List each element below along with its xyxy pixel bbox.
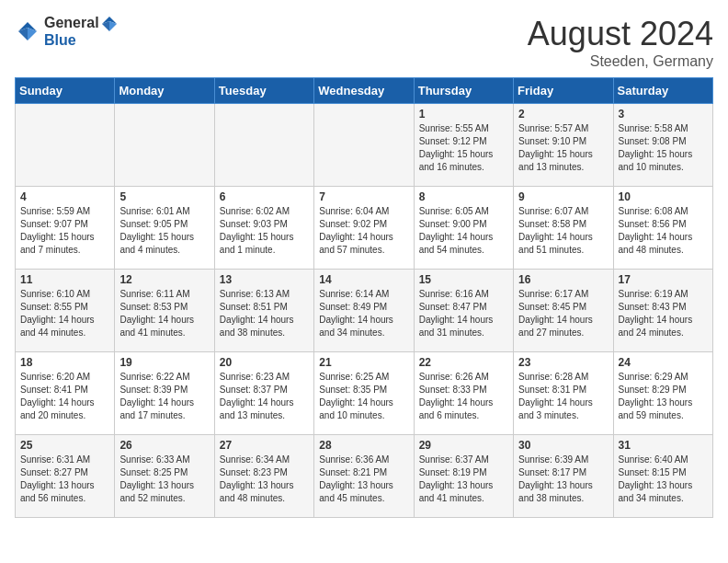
- logo: GeneralBlue: [15, 15, 118, 48]
- page-header: GeneralBlue August 2024 Steeden, Germany: [15, 15, 713, 70]
- day-number: 16: [518, 273, 608, 286]
- day-info: Sunrise: 6:22 AM Sunset: 8:39 PM Dayligh…: [119, 371, 209, 422]
- day-info: Sunrise: 6:28 AM Sunset: 8:31 PM Dayligh…: [518, 371, 608, 422]
- day-number: 26: [119, 439, 209, 452]
- calendar-cell: [115, 104, 214, 187]
- svg-marker-2: [18, 28, 28, 40]
- calendar-cell: [214, 104, 313, 187]
- logo-text: GeneralBlue: [44, 15, 118, 48]
- day-info: Sunrise: 6:13 AM Sunset: 8:51 PM Dayligh…: [220, 288, 309, 339]
- day-info: Sunrise: 6:05 AM Sunset: 9:00 PM Dayligh…: [419, 205, 508, 257]
- calendar-cell: 19Sunrise: 6:22 AM Sunset: 8:39 PM Dayli…: [115, 352, 214, 435]
- day-info: Sunrise: 5:58 AM Sunset: 9:08 PM Dayligh…: [619, 122, 708, 174]
- day-info: Sunrise: 6:31 AM Sunset: 8:27 PM Dayligh…: [20, 454, 109, 505]
- svg-marker-4: [109, 21, 117, 31]
- calendar-cell: 20Sunrise: 6:23 AM Sunset: 8:37 PM Dayli…: [214, 352, 313, 435]
- calendar-cell: 23Sunrise: 6:28 AM Sunset: 8:31 PM Dayli…: [514, 352, 613, 435]
- day-number: 8: [419, 190, 508, 203]
- calendar-cell: 14Sunrise: 6:14 AM Sunset: 8:49 PM Dayli…: [314, 270, 414, 352]
- day-number: 3: [619, 108, 708, 121]
- day-info: Sunrise: 6:36 AM Sunset: 8:21 PM Dayligh…: [319, 454, 408, 505]
- calendar-week-row: 25Sunrise: 6:31 AM Sunset: 8:27 PM Dayli…: [16, 435, 713, 518]
- day-info: Sunrise: 6:11 AM Sunset: 8:53 PM Dayligh…: [119, 288, 209, 339]
- calendar-cell: 16Sunrise: 6:17 AM Sunset: 8:45 PM Dayli…: [514, 270, 613, 352]
- day-number: 27: [220, 439, 309, 452]
- day-info: Sunrise: 6:34 AM Sunset: 8:23 PM Dayligh…: [220, 454, 309, 505]
- day-info: Sunrise: 6:16 AM Sunset: 8:47 PM Dayligh…: [419, 288, 508, 339]
- calendar-cell: 24Sunrise: 6:29 AM Sunset: 8:29 PM Dayli…: [613, 352, 712, 435]
- day-number: 13: [220, 273, 309, 286]
- calendar-cell: 28Sunrise: 6:36 AM Sunset: 8:21 PM Dayli…: [314, 435, 414, 518]
- calendar-cell: 9Sunrise: 6:07 AM Sunset: 8:58 PM Daylig…: [514, 187, 613, 270]
- day-number: 21: [319, 356, 408, 369]
- day-number: 31: [619, 439, 708, 452]
- calendar-day-header: Monday: [115, 78, 214, 104]
- day-number: 10: [619, 190, 708, 203]
- day-number: 12: [119, 273, 209, 286]
- calendar-cell: 7Sunrise: 6:04 AM Sunset: 9:02 PM Daylig…: [314, 187, 414, 270]
- day-number: 25: [20, 439, 109, 452]
- calendar-day-header: Wednesday: [314, 78, 414, 104]
- calendar-cell: 5Sunrise: 6:01 AM Sunset: 9:05 PM Daylig…: [115, 187, 214, 270]
- calendar-cell: 29Sunrise: 6:37 AM Sunset: 8:19 PM Dayli…: [414, 435, 513, 518]
- calendar-cell: 4Sunrise: 5:59 AM Sunset: 9:07 PM Daylig…: [16, 187, 115, 270]
- calendar-cell: 11Sunrise: 6:10 AM Sunset: 8:55 PM Dayli…: [16, 270, 115, 352]
- calendar-cell: 25Sunrise: 6:31 AM Sunset: 8:27 PM Dayli…: [16, 435, 115, 518]
- calendar-cell: [314, 104, 414, 187]
- day-number: 9: [518, 190, 608, 203]
- day-info: Sunrise: 5:55 AM Sunset: 9:12 PM Dayligh…: [419, 122, 508, 174]
- calendar-week-row: 4Sunrise: 5:59 AM Sunset: 9:07 PM Daylig…: [16, 187, 713, 270]
- calendar-cell: 2Sunrise: 5:57 AM Sunset: 9:10 PM Daylig…: [514, 104, 613, 187]
- day-info: Sunrise: 6:25 AM Sunset: 8:35 PM Dayligh…: [319, 371, 408, 422]
- location: Steeden, Germany: [528, 53, 713, 70]
- calendar-cell: 13Sunrise: 6:13 AM Sunset: 8:51 PM Dayli…: [214, 270, 313, 352]
- day-info: Sunrise: 6:07 AM Sunset: 8:58 PM Dayligh…: [518, 205, 608, 257]
- calendar-cell: 17Sunrise: 6:19 AM Sunset: 8:43 PM Dayli…: [613, 270, 712, 352]
- calendar-week-row: 1Sunrise: 5:55 AM Sunset: 9:12 PM Daylig…: [16, 104, 713, 187]
- day-info: Sunrise: 6:33 AM Sunset: 8:25 PM Dayligh…: [119, 454, 209, 505]
- calendar-title: August 2024 Steeden, Germany: [528, 15, 713, 70]
- month-year: August 2024: [528, 15, 713, 53]
- day-info: Sunrise: 5:59 AM Sunset: 9:07 PM Dayligh…: [20, 205, 109, 257]
- day-number: 4: [20, 190, 109, 203]
- day-number: 17: [619, 273, 708, 286]
- day-number: 20: [220, 356, 309, 369]
- day-info: Sunrise: 6:01 AM Sunset: 9:05 PM Dayligh…: [119, 205, 209, 257]
- calendar-day-header: Saturday: [613, 78, 712, 104]
- day-info: Sunrise: 6:17 AM Sunset: 8:45 PM Dayligh…: [518, 288, 608, 339]
- day-info: Sunrise: 6:39 AM Sunset: 8:17 PM Dayligh…: [518, 454, 608, 505]
- calendar-cell: 18Sunrise: 6:20 AM Sunset: 8:41 PM Dayli…: [16, 352, 115, 435]
- calendar-table: SundayMondayTuesdayWednesdayThursdayFrid…: [15, 77, 713, 518]
- calendar-header-row: SundayMondayTuesdayWednesdayThursdayFrid…: [16, 78, 713, 104]
- day-number: 18: [20, 356, 109, 369]
- day-number: 28: [319, 439, 408, 452]
- day-number: 7: [319, 190, 408, 203]
- calendar-cell: 26Sunrise: 6:33 AM Sunset: 8:25 PM Dayli…: [115, 435, 214, 518]
- day-number: 2: [518, 108, 608, 121]
- day-info: Sunrise: 6:10 AM Sunset: 8:55 PM Dayligh…: [20, 288, 109, 339]
- day-number: 6: [220, 190, 309, 203]
- calendar-week-row: 18Sunrise: 6:20 AM Sunset: 8:41 PM Dayli…: [16, 352, 713, 435]
- day-info: Sunrise: 6:02 AM Sunset: 9:03 PM Dayligh…: [220, 205, 309, 257]
- day-number: 15: [419, 273, 508, 286]
- day-number: 30: [518, 439, 608, 452]
- day-info: Sunrise: 6:14 AM Sunset: 8:49 PM Dayligh…: [319, 288, 408, 339]
- day-number: 5: [119, 190, 209, 203]
- calendar-day-header: Friday: [514, 78, 613, 104]
- day-number: 23: [518, 356, 608, 369]
- day-info: Sunrise: 6:20 AM Sunset: 8:41 PM Dayligh…: [20, 371, 109, 422]
- day-info: Sunrise: 6:40 AM Sunset: 8:15 PM Dayligh…: [619, 454, 708, 505]
- calendar-cell: 22Sunrise: 6:26 AM Sunset: 8:33 PM Dayli…: [414, 352, 513, 435]
- calendar-cell: 30Sunrise: 6:39 AM Sunset: 8:17 PM Dayli…: [514, 435, 613, 518]
- day-info: Sunrise: 6:04 AM Sunset: 9:02 PM Dayligh…: [319, 205, 408, 257]
- day-number: 24: [619, 356, 708, 369]
- day-info: Sunrise: 6:29 AM Sunset: 8:29 PM Dayligh…: [619, 371, 708, 422]
- day-info: Sunrise: 6:37 AM Sunset: 8:19 PM Dayligh…: [419, 454, 508, 505]
- calendar-cell: 27Sunrise: 6:34 AM Sunset: 8:23 PM Dayli…: [214, 435, 313, 518]
- calendar-cell: [16, 104, 115, 187]
- day-number: 14: [319, 273, 408, 286]
- day-info: Sunrise: 6:26 AM Sunset: 8:33 PM Dayligh…: [419, 371, 508, 422]
- calendar-cell: 8Sunrise: 6:05 AM Sunset: 9:00 PM Daylig…: [414, 187, 513, 270]
- day-info: Sunrise: 6:19 AM Sunset: 8:43 PM Dayligh…: [619, 288, 708, 339]
- day-number: 19: [119, 356, 209, 369]
